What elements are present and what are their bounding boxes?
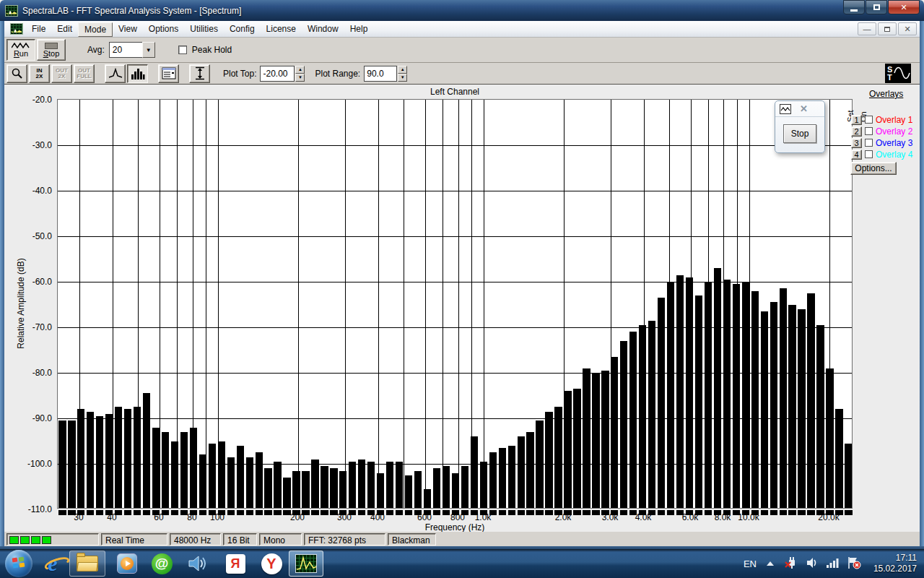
- menu-item-mode[interactable]: Mode: [78, 22, 113, 37]
- spectrum-bar: [386, 462, 393, 508]
- taskbar-item-media-player[interactable]: [113, 551, 141, 577]
- close-icon[interactable]: ✕: [800, 103, 808, 114]
- menu-item-license[interactable]: License: [261, 22, 302, 37]
- plot-top-input[interactable]: -20.00: [260, 66, 295, 82]
- floating-window-titlebar[interactable]: ✕: [775, 101, 824, 117]
- avg-combobox[interactable]: 20 ▼: [109, 42, 155, 58]
- mdi-close-button[interactable]: ✕: [898, 22, 917, 35]
- spectrum-bar: [807, 293, 814, 508]
- chart-title: Left Channel: [57, 87, 853, 97]
- peak-hold-label: Peak Hold: [192, 45, 232, 55]
- spectrum-bar: [443, 466, 450, 508]
- bar-display-button[interactable]: [127, 64, 148, 83]
- overlay-3-label: Overlay 3: [876, 138, 912, 148]
- mdi-child-icon[interactable]: [10, 23, 23, 35]
- spectrum-bar: [433, 468, 440, 508]
- overlay-1-set-button[interactable]: 1: [851, 115, 862, 125]
- action-center-flag-icon[interactable]: [846, 556, 862, 572]
- spin-down-icon[interactable]: ▼: [295, 74, 305, 82]
- spectrum-bar: [499, 448, 506, 508]
- line-display-button[interactable]: [105, 64, 126, 83]
- menu-bar: FileEditModeViewOptionsUtilitiesConfigLi…: [4, 21, 920, 38]
- taskbar-item-explorer[interactable]: [69, 551, 105, 577]
- taskbar-item-yandex-browser[interactable]: Y: [257, 551, 286, 577]
- plot-top-spinner[interactable]: ▲▼: [295, 66, 305, 82]
- spectrum-bars-icon: [131, 68, 145, 79]
- menu-item-help[interactable]: Help: [344, 22, 374, 37]
- hidden-icons-arrow-icon[interactable]: [767, 561, 774, 566]
- start-button[interactable]: [4, 551, 33, 577]
- overlay-4-set-button[interactable]: 4: [851, 150, 862, 160]
- overlay-2-on-checkbox[interactable]: [865, 127, 873, 135]
- clock[interactable]: 17:11 15.02.2017: [873, 553, 917, 574]
- internet-explorer-icon: e: [48, 551, 57, 576]
- spectrum-bar: [330, 468, 337, 508]
- minimize-button[interactable]: [843, 0, 865, 14]
- menu-item-view[interactable]: View: [113, 22, 143, 37]
- spectrum-bar: [358, 460, 365, 508]
- menu-item-edit[interactable]: Edit: [51, 22, 78, 37]
- mdi-minimize-button[interactable]: —: [858, 22, 876, 35]
- status-panel: Real Time: [101, 533, 167, 545]
- spectrum-bar: [424, 489, 431, 508]
- spectrum-bar: [190, 428, 197, 508]
- close-button[interactable]: ✕: [888, 0, 920, 14]
- mdi-restore-button[interactable]: [878, 22, 897, 35]
- spin-down-icon[interactable]: ▼: [398, 74, 407, 82]
- spin-up-icon[interactable]: ▲: [295, 66, 305, 74]
- run-button[interactable]: Run: [6, 39, 35, 61]
- title-bar[interactable]: SpectraLAB - FFT Spectral Analysis Syste…: [0, 0, 924, 21]
- spectrum-bar: [536, 420, 543, 508]
- floating-stop-button[interactable]: Stop: [783, 124, 816, 143]
- overlays-options-button[interactable]: Options...: [850, 162, 897, 175]
- stop-button[interactable]: Stop: [37, 39, 66, 61]
- spin-up-icon[interactable]: ▲: [398, 66, 407, 74]
- taskbar-item-yandex[interactable]: Я: [221, 551, 250, 577]
- plot-toolbar: IN2XOUT2XOUTFULL Plot Top: -20.00 ▲▼ Plo…: [4, 63, 920, 85]
- menu-item-options[interactable]: Options: [143, 22, 184, 37]
- taskbar-item-internet-explorer[interactable]: e: [40, 551, 65, 577]
- floating-control-window[interactable]: ✕ Stop: [775, 100, 825, 153]
- menu-item-file[interactable]: File: [26, 22, 51, 37]
- plot-range-spinner[interactable]: ▲▼: [398, 66, 407, 82]
- spectrum-bar: [227, 457, 235, 508]
- y-scale-button[interactable]: [189, 64, 210, 83]
- menu-item-window[interactable]: Window: [302, 22, 344, 37]
- spectrum-bar: [518, 436, 525, 508]
- spectrum-bar: [152, 428, 160, 508]
- spectrum-bar: [321, 466, 328, 508]
- overlay-4-on-checkbox[interactable]: [865, 150, 873, 158]
- volume-tray-icon[interactable]: [806, 556, 819, 571]
- chevron-down-icon[interactable]: ▼: [142, 42, 155, 58]
- taskbar-item-spectralab[interactable]: [289, 551, 323, 577]
- plot-range-input[interactable]: 90.0: [364, 66, 397, 82]
- taskbar-item-volume-app[interactable]: [183, 551, 212, 577]
- language-indicator[interactable]: EN: [744, 558, 757, 569]
- spectrum-bar: [592, 373, 599, 508]
- taskbar-item-mailru-agent[interactable]: @: [147, 551, 176, 577]
- spectrum-bar: [629, 332, 637, 508]
- maximize-button[interactable]: [866, 0, 887, 14]
- folder-icon: [77, 556, 98, 571]
- overlay-2-set-button[interactable]: 2: [851, 126, 862, 137]
- yandex-y-icon: Y: [261, 553, 282, 574]
- spectrum-plot[interactable]: [57, 99, 853, 509]
- power-plug-error-icon[interactable]: [784, 556, 798, 572]
- options-dialog-icon: [162, 67, 176, 79]
- plot-top-label: Plot Top:: [223, 69, 256, 79]
- menu-item-config[interactable]: Config: [224, 22, 261, 37]
- overlay-3-on-checkbox[interactable]: [865, 139, 873, 147]
- spectrum-bar: [105, 414, 113, 508]
- zoom-button[interactable]: [6, 64, 27, 83]
- status-bar: Real Time48000 Hz16 BitMonoFFT: 32768 pt…: [4, 532, 920, 546]
- spectrum-bar: [115, 407, 122, 508]
- overlay-1-on-checkbox[interactable]: [865, 116, 873, 124]
- network-signal-icon[interactable]: [826, 557, 839, 571]
- overlay-3-set-button[interactable]: 3: [851, 138, 862, 148]
- zoom-in-2x-button[interactable]: IN2X: [29, 64, 50, 83]
- x-tick-label: 3.0k: [602, 512, 619, 522]
- menu-item-utilities[interactable]: Utilities: [184, 22, 224, 37]
- stop-rect-icon: [45, 43, 58, 49]
- display-options-button[interactable]: [158, 64, 179, 83]
- peak-hold-checkbox[interactable]: [178, 46, 187, 54]
